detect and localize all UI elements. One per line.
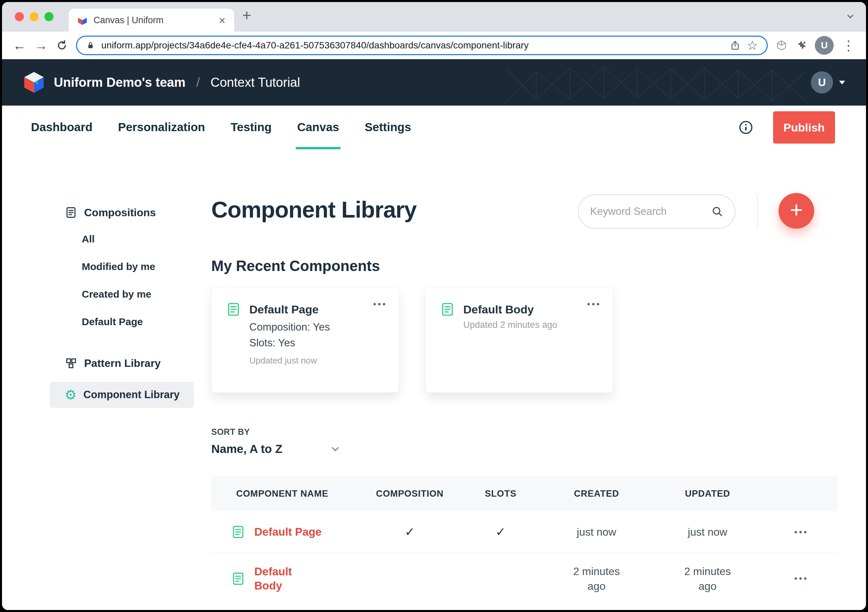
sidebar-item-modified-by-me[interactable]: Modified by me bbox=[50, 253, 194, 280]
extensions-puzzle-icon[interactable] bbox=[795, 40, 807, 51]
zoom-window-button[interactable] bbox=[44, 12, 53, 21]
recent-components-cards: Default Page Composition: Yes Slots: Yes… bbox=[211, 287, 613, 393]
component-page-icon bbox=[226, 301, 241, 317]
tab-search-chevron-icon[interactable] bbox=[848, 13, 852, 19]
nav-item-personalization[interactable]: Personalization bbox=[117, 105, 206, 149]
sidebar-item-compositions[interactable]: Compositions bbox=[50, 200, 194, 225]
updated-value: just now bbox=[652, 526, 763, 538]
nav-item-canvas[interactable]: Canvas bbox=[296, 105, 341, 149]
sort-control: SORT BY Name, A to Z bbox=[211, 427, 338, 456]
tab-close-icon[interactable]: × bbox=[219, 14, 225, 26]
col-composition: COMPOSITION bbox=[359, 488, 460, 499]
browser-menu-icon[interactable]: ⋮ bbox=[842, 39, 855, 52]
back-icon[interactable]: ← bbox=[13, 39, 26, 52]
components-table: COMPONENT NAME COMPOSITION SLOTS CREATED… bbox=[211, 476, 838, 604]
toolbar-divider bbox=[757, 194, 758, 229]
nav-item-settings[interactable]: Settings bbox=[363, 105, 412, 149]
card-menu-icon[interactable] bbox=[587, 303, 599, 305]
address-bar: ← → uniform.app/projects/34a6de4e-cfe4-4… bbox=[2, 32, 866, 59]
add-component-button[interactable]: + bbox=[778, 193, 814, 229]
tab-title: Canvas | Uniform bbox=[93, 15, 212, 26]
card-title: Default Page bbox=[249, 301, 330, 317]
url-text[interactable]: uniform.app/projects/34a6de4e-cfe4-4a70-… bbox=[101, 40, 724, 51]
table-row[interactable]: Default Body 2 minutes ago 2 minutes ago bbox=[211, 553, 838, 604]
browser-window: Canvas | Uniform × + ← → uniform.app/pro… bbox=[2, 2, 866, 610]
sidebar-pattern-library-label: Pattern Library bbox=[84, 357, 161, 369]
breadcrumb-team-name[interactable]: Uniform Demo's team bbox=[54, 75, 185, 90]
sidebar-component-library-label: Component Library bbox=[84, 389, 180, 401]
card-menu-icon[interactable] bbox=[374, 303, 385, 305]
minimize-window-button[interactable] bbox=[29, 12, 39, 21]
page-title: Component Library bbox=[211, 196, 417, 223]
sidebar-item-all[interactable]: All bbox=[50, 225, 194, 253]
slots-check-icon: ✓ bbox=[496, 525, 506, 539]
nav-item-testing[interactable]: Testing bbox=[229, 105, 273, 149]
keyword-search-input[interactable] bbox=[590, 206, 707, 218]
card-updated-text: Updated 2 minutes ago bbox=[463, 320, 557, 330]
new-tab-button[interactable]: + bbox=[242, 6, 251, 24]
extension-cube-icon[interactable] bbox=[776, 40, 787, 51]
window-controls bbox=[15, 12, 53, 21]
share-icon[interactable] bbox=[730, 40, 741, 51]
bookmark-star-icon[interactable]: ☆ bbox=[747, 39, 758, 52]
col-slots: SLOTS bbox=[460, 488, 541, 499]
nav-item-dashboard[interactable]: Dashboard bbox=[29, 105, 94, 149]
sidebar-item-pattern-library[interactable]: Pattern Library bbox=[50, 350, 194, 376]
composition-check-icon: ✓ bbox=[405, 525, 415, 539]
col-created: CREATED bbox=[541, 488, 652, 499]
component-page-icon bbox=[231, 525, 246, 539]
uniform-logo-icon[interactable] bbox=[23, 71, 45, 93]
created-value: just now bbox=[541, 526, 652, 538]
sort-value: Name, A to Z bbox=[211, 442, 282, 456]
breadcrumb-project-name[interactable]: Context Tutorial bbox=[211, 75, 300, 90]
row-menu-icon[interactable] bbox=[795, 531, 806, 533]
keyword-search bbox=[578, 194, 735, 229]
sort-by-label: SORT BY bbox=[211, 427, 338, 437]
card-detail-slots: Slots: Yes bbox=[249, 335, 330, 351]
table-header-row: COMPONENT NAME COMPOSITION SLOTS CREATED… bbox=[211, 476, 838, 511]
row-menu-icon[interactable] bbox=[795, 577, 806, 580]
card-detail-composition: Composition: Yes bbox=[249, 319, 330, 335]
sidebar-item-component-library[interactable]: ⚙ Component Library bbox=[50, 382, 194, 408]
user-avatar[interactable]: U bbox=[811, 71, 833, 93]
info-icon[interactable] bbox=[738, 120, 753, 135]
sidebar-compositions-label: Compositions bbox=[84, 207, 156, 219]
component-library-gear-icon: ⚙ bbox=[65, 388, 77, 402]
account-chevron-down-icon[interactable] bbox=[839, 81, 845, 84]
col-component-name: COMPONENT NAME bbox=[211, 488, 359, 499]
sidebar-item-created-by-me[interactable]: Created by me bbox=[50, 280, 194, 308]
app-header: Uniform Demo's team / Context Tutorial U bbox=[2, 59, 866, 105]
component-page-icon bbox=[231, 571, 246, 586]
component-card-default-body[interactable]: Default Body Updated 2 minutes ago bbox=[425, 287, 613, 393]
compositions-document-icon bbox=[65, 206, 78, 219]
favicon-uniform-logo-icon bbox=[78, 15, 87, 25]
url-bar[interactable]: uniform.app/projects/34a6de4e-cfe4-4a70-… bbox=[76, 36, 768, 55]
lock-icon bbox=[86, 41, 95, 50]
component-link-default-page[interactable]: Default Page bbox=[254, 525, 322, 538]
sidebar-item-default-page[interactable]: Default Page bbox=[50, 308, 194, 335]
publish-button[interactable]: Publish bbox=[773, 111, 835, 144]
reload-icon[interactable] bbox=[56, 39, 68, 51]
account-menu[interactable]: U bbox=[811, 71, 845, 93]
main-content: Compositions All Modified by me Created … bbox=[2, 149, 866, 610]
sort-chevron-down-icon bbox=[332, 444, 339, 451]
forward-icon[interactable]: → bbox=[34, 39, 48, 52]
sort-dropdown[interactable]: Name, A to Z bbox=[211, 442, 338, 456]
close-window-button[interactable] bbox=[15, 12, 24, 21]
card-title: Default Body bbox=[463, 301, 557, 317]
created-value: 2 minutes ago bbox=[571, 564, 622, 593]
component-page-icon bbox=[440, 301, 455, 317]
updated-value: 2 minutes ago bbox=[682, 564, 733, 593]
browser-tab[interactable]: Canvas | Uniform × bbox=[69, 9, 234, 32]
app-nav: Dashboard Personalization Testing Canvas… bbox=[2, 105, 866, 149]
card-updated-text: Updated just now bbox=[249, 355, 330, 366]
breadcrumb-separator: / bbox=[196, 75, 200, 90]
table-row[interactable]: Default Page ✓ ✓ just now just now bbox=[211, 511, 838, 553]
component-link-default-body[interactable]: Default Body bbox=[254, 564, 300, 593]
pattern-library-blocks-icon bbox=[65, 357, 78, 369]
browser-profile-avatar[interactable]: U bbox=[815, 36, 834, 55]
component-card-default-page[interactable]: Default Page Composition: Yes Slots: Yes… bbox=[211, 287, 399, 393]
header-mesh-decoration bbox=[506, 59, 809, 105]
search-icon[interactable] bbox=[711, 206, 723, 218]
recent-components-heading: My Recent Components bbox=[211, 258, 380, 274]
